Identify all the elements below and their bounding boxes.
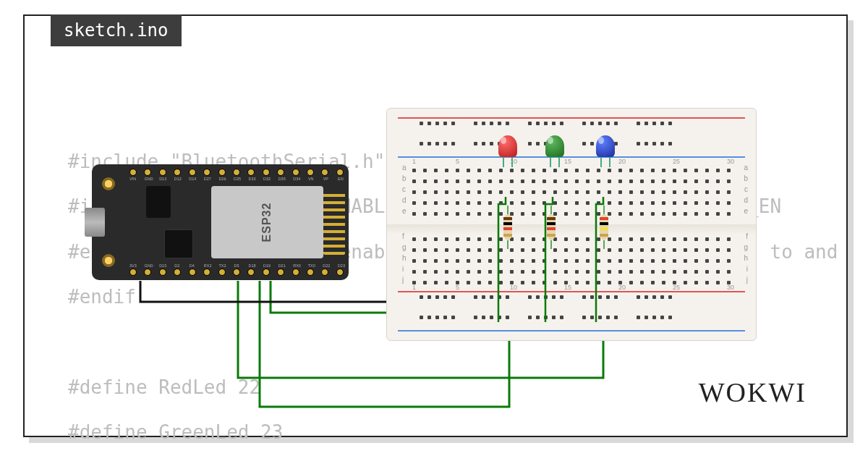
breadboard[interactable]: aabbccddeeffgghhiijj 151015202530 151015… [386, 108, 757, 341]
power-rail-pos [398, 291, 745, 292]
resistor-1[interactable] [503, 206, 512, 249]
board-label: ESP32 [261, 203, 274, 242]
col-numbers-bottom: 151015202530 [412, 284, 731, 291]
code-line: #endif [68, 286, 136, 308]
antenna-icon [323, 190, 345, 255]
led-green[interactable] [545, 135, 564, 157]
esp32-board[interactable]: ESP32 VINGNDD13D12D14D27D26D25D33D32D35D… [92, 164, 349, 280]
resistor-3[interactable] [600, 206, 608, 249]
voltage-regulator [146, 186, 171, 218]
led-red[interactable] [498, 135, 517, 157]
preview-frame: #include "BluetoothSerial.h" #if !define… [23, 14, 848, 437]
file-tab-label: sketch.ino [64, 20, 169, 41]
led-blue[interactable] [596, 135, 615, 157]
esp32-shield: ESP32 [211, 186, 323, 258]
power-rail-pos [398, 117, 745, 119]
boot-button[interactable] [102, 177, 115, 190]
uart-chip [164, 229, 193, 258]
usb-port-icon [85, 208, 105, 237]
file-tab[interactable]: sketch.ino [51, 14, 182, 46]
code-line: #define RedLed 22 [68, 376, 260, 398]
breadboard-grid: aabbccddeeffgghhiijj [412, 165, 738, 284]
pin-labels-top: VINGNDD13D12D14D27D26D25D33D32D35D34VNVP… [129, 177, 344, 181]
resistor-2[interactable] [547, 206, 556, 249]
code-line: #define GreenLed 23 [68, 421, 283, 443]
pin-row-top [129, 169, 344, 176]
wokwi-brand-logo: WOKWI [699, 376, 807, 408]
col-numbers-top: 151015202530 [412, 158, 731, 165]
pin-row-bottom [129, 269, 344, 276]
power-rail-neg [398, 330, 745, 332]
pin-labels-bottom: 3V3GNDD15D2D4RX2TX2D5D18D19D21RX0TX0D22D… [129, 263, 344, 268]
reset-button[interactable] [102, 254, 115, 267]
